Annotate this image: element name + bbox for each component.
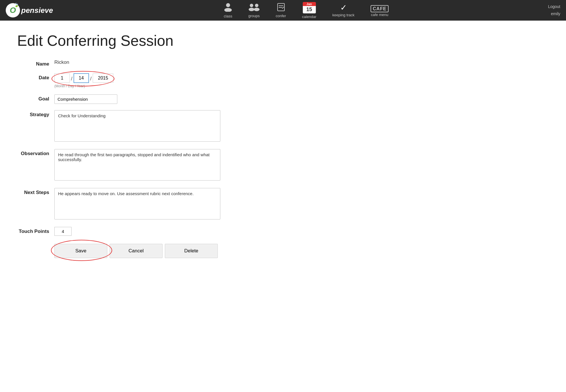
nav-item-confer[interactable]: confer bbox=[268, 1, 294, 20]
nav-label-class: class bbox=[224, 14, 232, 18]
date-year-input[interactable] bbox=[93, 74, 113, 83]
goal-label: Goal bbox=[17, 94, 54, 102]
observation-label: Observation bbox=[17, 149, 54, 157]
svg-point-2 bbox=[250, 4, 253, 7]
cal-month: Jan bbox=[303, 2, 316, 6]
observation-row: Observation He read through the first tw… bbox=[17, 149, 240, 182]
nav-item-keeping-track[interactable]: ✓ keeping track bbox=[324, 1, 362, 19]
date-label: Date bbox=[17, 73, 54, 81]
cal-day: 15 bbox=[303, 6, 316, 13]
date-day-input[interactable] bbox=[74, 73, 89, 83]
touch-points-row: Touch Points bbox=[17, 227, 240, 236]
svg-point-3 bbox=[249, 8, 254, 11]
goal-input[interactable] bbox=[54, 94, 117, 104]
strategy-textarea[interactable]: Check for Understanding bbox=[54, 110, 220, 142]
date-field: / / (Month / Day / Year) bbox=[54, 73, 240, 88]
next-steps-row: Next Steps He appears ready to move on. … bbox=[17, 188, 240, 221]
next-steps-label: Next Steps bbox=[17, 188, 54, 195]
strategy-label: Strategy bbox=[17, 110, 54, 118]
touch-points-field bbox=[54, 227, 240, 236]
observation-textarea[interactable]: He read through the first two paragraphs… bbox=[54, 149, 220, 181]
nav-items: class groups bbox=[64, 0, 548, 21]
date-month-input[interactable] bbox=[54, 74, 70, 83]
nav-item-groups[interactable]: groups bbox=[240, 1, 268, 20]
cafe-menu-icon: CAFE bbox=[371, 4, 389, 11]
date-group: / / bbox=[54, 73, 240, 83]
svg-point-1 bbox=[224, 8, 232, 12]
nav-item-class[interactable]: class bbox=[216, 0, 240, 21]
save-button[interactable]: Save bbox=[54, 244, 107, 258]
nav-label-groups: groups bbox=[248, 14, 260, 18]
main-content: Edit Conferring Session Name Rickon Date… bbox=[0, 21, 258, 270]
strategy-field: Check for Understanding bbox=[54, 110, 240, 143]
name-label: Name bbox=[17, 60, 54, 67]
svg-point-4 bbox=[255, 4, 258, 7]
logo-text: pensieve bbox=[21, 6, 53, 15]
nav-item-cafe-menu[interactable]: CAFE cafe menu bbox=[363, 2, 397, 19]
next-steps-textarea[interactable]: He appears ready to move on. Use assessm… bbox=[54, 188, 220, 219]
page-title: Edit Conferring Session bbox=[17, 32, 240, 49]
name-field: Rickon bbox=[54, 60, 240, 65]
next-steps-field: He appears ready to move on. Use assessm… bbox=[54, 188, 240, 221]
calendar-icon: Jan 15 bbox=[303, 2, 316, 13]
svg-line-9 bbox=[282, 7, 284, 9]
touch-points-label: Touch Points bbox=[17, 227, 54, 234]
logo[interactable]: O 🍃 pensieve bbox=[6, 3, 53, 17]
nav-right: Logout emily bbox=[548, 3, 560, 17]
nav-label-keeping-track: keeping track bbox=[332, 13, 354, 17]
date-sep-1: / bbox=[70, 75, 74, 82]
navbar: O 🍃 pensieve class bbox=[0, 0, 566, 21]
groups-icon bbox=[249, 3, 260, 13]
nav-item-calendar[interactable]: Jan 15 calendar bbox=[294, 0, 324, 21]
observation-field: He read through the first two paragraphs… bbox=[54, 149, 240, 182]
logout-link[interactable]: Logout bbox=[548, 3, 560, 10]
nav-label-calendar: calendar bbox=[302, 15, 316, 19]
goal-row: Goal bbox=[17, 94, 240, 104]
touch-points-input[interactable] bbox=[54, 227, 72, 236]
keeping-track-icon: ✓ bbox=[340, 4, 347, 12]
username-label: emily bbox=[548, 10, 560, 17]
confer-icon bbox=[277, 3, 285, 13]
cancel-button[interactable]: Cancel bbox=[110, 244, 163, 258]
date-sep-2: / bbox=[89, 75, 93, 82]
strategy-row: Strategy Check for Understanding bbox=[17, 110, 240, 143]
nav-label-confer: confer bbox=[276, 14, 286, 18]
date-row: Date / / (Month / Day / Year) bbox=[17, 73, 240, 88]
name-row: Name Rickon bbox=[17, 60, 240, 67]
delete-button[interactable]: Delete bbox=[165, 244, 218, 258]
svg-point-5 bbox=[254, 8, 260, 11]
logo-circle: O 🍃 bbox=[6, 3, 20, 17]
name-value: Rickon bbox=[54, 58, 69, 65]
date-hint: (Month / Day / Year) bbox=[54, 84, 240, 88]
cafe-box: CAFE bbox=[371, 5, 389, 12]
buttons-row: Save Cancel Delete bbox=[54, 244, 240, 258]
svg-point-0 bbox=[226, 3, 230, 7]
nav-label-cafe-menu: cafe menu bbox=[371, 13, 388, 17]
logo-leaf-icon: 🍃 bbox=[14, 3, 19, 7]
class-icon bbox=[224, 3, 232, 13]
goal-field bbox=[54, 94, 240, 104]
